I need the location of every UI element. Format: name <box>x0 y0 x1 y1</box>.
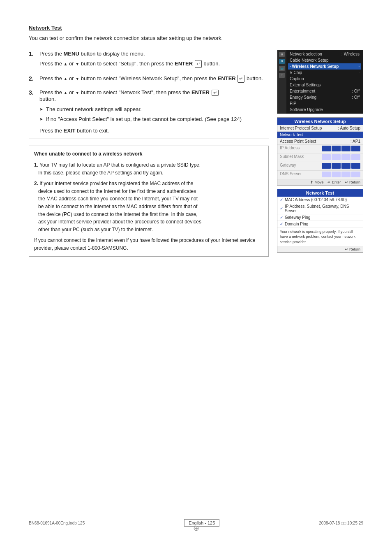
ip-cell-3 <box>341 146 350 151</box>
numbered-list: 1. Press the MENU button to display the … <box>29 50 269 84</box>
subnet-cell-2 <box>332 154 341 160</box>
menu-row-vchip: V-Chip· <box>288 70 361 76</box>
gw-cell-2 <box>332 163 341 169</box>
ns-row-dns: DNS Server <box>277 171 363 179</box>
exit-bold: EXIT <box>64 128 76 134</box>
step3-wrapper: 3. Press the or button to select "Networ… <box>29 89 269 135</box>
warning-title: When unable to connect to a wireless net… <box>34 150 263 158</box>
ip-cell-1 <box>322 146 331 151</box>
menu-row-external: External Settings <box>288 82 361 88</box>
intro-text: You can test or confirm the network conn… <box>29 34 363 42</box>
step1-content: Press the MENU button to display the men… <box>39 50 269 70</box>
step1-item: 1. Press the MENU button to display the … <box>29 50 269 70</box>
right-column: ▣ ⚙ 📺 □ Network selection: Wireless Cabl… <box>277 50 363 257</box>
menu-row-energy: Energy Saving: Off <box>288 94 361 100</box>
nt-item-ip: ✓ IP Address, Subnet, Gateway, DNS Serve… <box>277 203 363 214</box>
step1-line2: Press the or button to select "Setup", t… <box>39 60 269 68</box>
dns-cell-4 <box>351 172 360 177</box>
step1-line1: Press the MENU button to display the men… <box>39 50 269 58</box>
icon-input: ▣ <box>279 52 285 57</box>
subnet-cell-4 <box>351 154 360 160</box>
nt-gateway-text: Gateway Ping <box>285 215 310 220</box>
divider-line <box>29 139 269 139</box>
screen2-network-setup: Wireless Network Setup Internet Protocol… <box>277 117 363 186</box>
warning-footer: If you cannot connect to the Internet ev… <box>34 237 263 252</box>
menu-rows: Network selection: Wireless Cable Networ… <box>286 50 363 114</box>
menu-row-cable: Cable Network Setup <box>288 57 361 63</box>
screen3-title: Network Test <box>277 189 363 197</box>
crosshair-bottom: ⊕ <box>193 524 199 533</box>
warning-item1-text: 1. Your TV may fail to locate an AP that… <box>34 161 263 176</box>
check-2: ✓ <box>280 206 283 211</box>
ns-row-protocol: Internet Protocol Setup : Auto Setup <box>277 125 363 132</box>
menu-row-wireless: · Wireless Network Setup· <box>288 63 361 70</box>
ns-row-gateway: Gateway <box>277 162 363 171</box>
gw-cell-3 <box>341 163 350 169</box>
subnet-cell-1 <box>322 154 331 160</box>
step2-content: Press the or button to select "Wireless … <box>39 74 269 84</box>
enter-icon-1: ↵ <box>195 60 202 68</box>
check-3: ✓ <box>280 215 283 220</box>
step3-line1: Press the or button to select "Network T… <box>39 89 269 102</box>
nt-return: ↩ Return <box>345 247 360 251</box>
ns-footer-enter: ↵ Enter <box>327 180 341 184</box>
nt-mac-text: MAC Address (00:12:34:56:78:90) <box>285 197 347 202</box>
triangle-down-2 <box>75 75 79 81</box>
step3-exit: Press the EXIT button to exit. <box>39 127 269 135</box>
ns-row-ip: IP Address <box>277 145 363 153</box>
step3-sub2: If no "Access Point Select" is set up, t… <box>39 115 269 123</box>
enter-icon-2: ↵ <box>238 75 244 83</box>
nt-footer: ↩ Return <box>277 246 363 252</box>
check-4: ✓ <box>280 222 283 226</box>
dns-cell-1 <box>322 172 331 177</box>
enter-icon-3: ↵ <box>212 90 219 96</box>
nt-status: Your network is operating properly. If y… <box>277 228 363 247</box>
warning-box: When unable to connect to a wireless net… <box>29 146 269 256</box>
ns-row-ap-select: Access Point Select : AP1 <box>277 138 363 145</box>
menu-row-caption: Caption <box>288 76 361 82</box>
ns-footer: ⬆ Move ↵ Enter ↩ Return <box>277 179 363 185</box>
left-column: 1. Press the MENU button to display the … <box>29 50 269 257</box>
warning-item1-num: 1. <box>34 162 38 168</box>
triangle-up-1 <box>64 60 68 67</box>
triangle-up-3 <box>64 89 68 95</box>
step3-content: Press the or button to select "Network T… <box>39 89 269 135</box>
triangle-down-3 <box>75 89 79 95</box>
step1-number: 1. <box>29 50 36 70</box>
step2-item: 2. Press the or button to select "Wirele… <box>29 74 269 84</box>
nt-item-mac: ✓ MAC Address (00:12:34:56:78:90) <box>277 197 363 203</box>
ip-cell-4 <box>351 146 360 151</box>
nt-item-gateway: ✓ Gateway Ping <box>277 214 363 221</box>
menu-row-entertainment: Entertainment: Off <box>288 88 361 94</box>
menu-row-network-sel: Network selection: Wireless <box>288 51 361 57</box>
step2-line1: Press the or button to select "Wireless … <box>39 74 269 83</box>
step3-number: 3. <box>29 89 36 135</box>
ns-footer-return: ↩ Return <box>345 180 360 184</box>
warning-item-1: 1. Your TV may fail to locate an AP that… <box>34 161 263 176</box>
gw-cell-1 <box>322 163 331 169</box>
icon-tv: 📺 <box>279 66 285 71</box>
dns-cell-3 <box>341 172 350 177</box>
subnet-cell-3 <box>341 154 350 160</box>
content-wrapper: 1. Press the MENU button to display the … <box>29 50 363 257</box>
step3-enter-bold: ENTER <box>191 89 210 95</box>
screen2-title: Wireless Network Setup <box>277 118 363 125</box>
triangle-down-1 <box>75 60 79 67</box>
footer-date: 2008-07-18 □□ 10:25:29 <box>319 521 363 525</box>
ns-row-subnet: Subnet Mask <box>277 153 363 162</box>
menu-row-software: Software Upgrade <box>288 107 361 113</box>
ip-cell-2 <box>332 146 341 151</box>
menu-row-pip: PIP <box>288 100 361 107</box>
nt-item-domain: ✓ Domain Ping <box>277 221 363 228</box>
step1-enter-bold: ENTER <box>175 60 193 67</box>
step2-number: 2. <box>29 74 36 84</box>
section-title: Network Test <box>29 25 363 31</box>
page-content: Network Test You can test or confirm the… <box>0 0 392 541</box>
triangle-up-2 <box>64 75 68 81</box>
icon-other: □ <box>279 73 285 78</box>
warning-item2-text: 2. If your Internet service provider has… <box>34 180 263 233</box>
warning-item2-num: 2. <box>34 181 38 186</box>
gw-cell-4 <box>351 163 360 169</box>
step1-menu-bold: MENU <box>64 51 79 57</box>
check-1: ✓ <box>280 197 283 202</box>
